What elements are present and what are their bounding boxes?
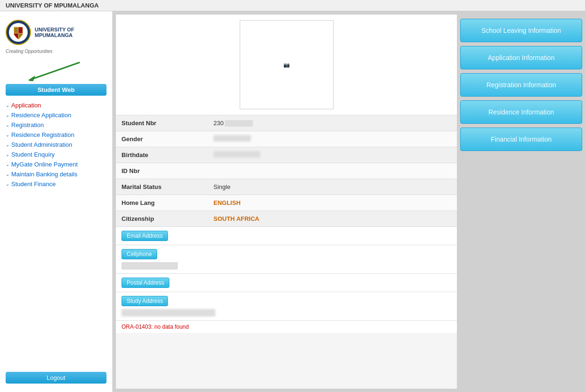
gender-label: Gender xyxy=(116,133,210,145)
chevron-icon: ⌄ xyxy=(6,132,9,137)
chevron-icon: ⌄ xyxy=(6,181,9,187)
form-section: Student Nbr 230 Gender Birthdate xyxy=(116,115,457,333)
chevron-icon: ⌄ xyxy=(6,103,9,108)
postal-address-button[interactable]: Postal Address xyxy=(122,278,169,288)
cellphone-row: Cellphone xyxy=(116,245,457,274)
student-web-button[interactable]: Student Web xyxy=(6,84,106,96)
main-panel: 📷 Student Nbr 230 Gender xyxy=(115,14,457,389)
gender-value xyxy=(210,132,457,146)
id-nbr-label: ID Nbr xyxy=(116,165,210,177)
cellphone-value xyxy=(122,262,178,270)
logo-area: UNIVERSITY OF MPUMALANGA xyxy=(0,16,112,49)
sidebar-item-student-finance[interactable]: ⌄ Student Finance xyxy=(0,179,112,189)
registration-info-button[interactable]: Registration Information xyxy=(460,73,582,97)
chevron-icon: ⌄ xyxy=(6,172,9,177)
cellphone-button[interactable]: Cellphone xyxy=(122,249,157,259)
tagline: Creating Opportunities xyxy=(0,49,112,58)
chevron-icon: ⌄ xyxy=(6,122,9,128)
sidebar-item-residence-registration[interactable]: ⌄ Residence Registration xyxy=(0,130,112,140)
logo-text: UNIVERSITY OF MPUMALANGA xyxy=(35,27,74,38)
photo-area: 📷 xyxy=(116,15,457,115)
residence-info-button[interactable]: Residence Information xyxy=(460,100,582,124)
marital-status-label: Marital Status xyxy=(116,181,210,193)
study-address-button[interactable]: Study Address xyxy=(122,296,168,306)
student-nbr-value: 230 xyxy=(210,117,457,130)
application-info-button[interactable]: Application Information xyxy=(460,46,582,69)
study-address-row: Study Address xyxy=(116,292,457,321)
sidebar-item-student-administration[interactable]: ⌄ Student Administration xyxy=(0,140,112,150)
chevron-icon: ⌄ xyxy=(6,113,9,118)
right-panel: School Leaving Information Application I… xyxy=(460,14,582,389)
school-leaving-button[interactable]: School Leaving Information xyxy=(460,19,582,42)
arrow-icon xyxy=(5,58,89,81)
chevron-icon: ⌄ xyxy=(6,162,9,167)
financial-info-button[interactable]: Financial Information xyxy=(460,128,582,151)
home-lang-label: Home Lang xyxy=(116,196,210,209)
sidebar: UNIVERSITY OF MPUMALANGA Creating Opport… xyxy=(0,11,113,392)
chevron-icon: ⌄ xyxy=(6,142,9,147)
sidebar-item-residence-application[interactable]: ⌄ Residence Application xyxy=(0,110,112,120)
marital-status-value: Single xyxy=(210,181,457,193)
table-row: Gender xyxy=(116,131,457,147)
photo-placeholder-icon: 📷 xyxy=(283,62,290,68)
birthdate-label: Birthdate xyxy=(116,149,210,161)
university-title: UNIVERSITY OF MPUMALANGA xyxy=(6,2,99,9)
email-address-row: Email Address xyxy=(116,227,457,245)
student-photo: 📷 xyxy=(240,20,334,109)
id-nbr-value xyxy=(210,168,457,174)
table-row: Home Lang ENGLISH xyxy=(116,195,457,211)
table-row: Student Nbr 230 xyxy=(116,115,457,131)
home-lang-value: ENGLISH xyxy=(210,196,457,209)
sidebar-item-student-enquiry[interactable]: ⌄ Student Enquiry xyxy=(0,150,112,159)
sidebar-item-banking-details[interactable]: ⌄ Maintain Banking details xyxy=(0,169,112,179)
birthdate-value xyxy=(210,148,457,162)
sidebar-item-mygate-payment[interactable]: ⌄ MyGate Online Payment xyxy=(0,159,112,169)
table-row: Marital Status Single xyxy=(116,179,457,195)
top-bar: UNIVERSITY OF MPUMALANGA xyxy=(0,0,585,11)
svg-marker-5 xyxy=(28,75,35,81)
sidebar-item-application[interactable]: ⌄ Application xyxy=(0,100,112,110)
postal-address-row: Postal Address xyxy=(116,274,457,292)
student-nbr-label: Student Nbr xyxy=(116,117,210,129)
nav-menu: ⌄ Application ⌄ Residence Application ⌄ … xyxy=(0,98,112,368)
citizenship-label: Citizenship xyxy=(116,212,210,225)
table-row: Birthdate xyxy=(116,147,457,163)
svg-line-4 xyxy=(33,62,80,79)
university-crest-icon xyxy=(6,20,31,45)
logout-button[interactable]: Logout xyxy=(6,372,106,384)
email-address-button[interactable]: Email Address xyxy=(122,231,168,241)
sidebar-item-registration[interactable]: ⌄ Registration xyxy=(0,120,112,130)
citizenship-value: SOUTH AFRICA xyxy=(210,212,457,225)
error-message: ORA-01403: no data found xyxy=(116,321,457,333)
table-row: Citizenship SOUTH AFRICA xyxy=(116,211,457,227)
study-address-value xyxy=(122,309,215,317)
table-row: ID Nbr xyxy=(116,163,457,179)
chevron-icon: ⌄ xyxy=(6,152,9,157)
content-area: 📷 Student Nbr 230 Gender xyxy=(113,11,585,392)
